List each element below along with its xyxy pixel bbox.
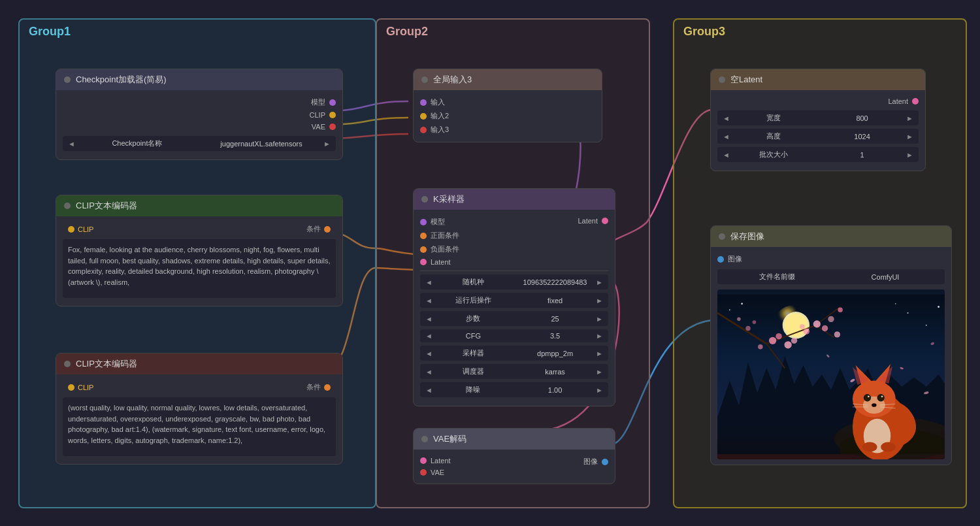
- steps-left[interactable]: ◄: [425, 315, 433, 323]
- svg-point-50: [895, 303, 896, 304]
- clip2-condition-label: 条件: [306, 382, 321, 392]
- svg-point-19: [791, 338, 797, 344]
- ksampler-pos-port: 正面条件: [420, 229, 463, 242]
- height-right[interactable]: ►: [906, 133, 913, 140]
- height-left[interactable]: ◄: [723, 133, 730, 140]
- filename-value: ComfyUI: [831, 273, 939, 281]
- scheduler-value: karras: [514, 368, 596, 376]
- save-image-in-port[interactable]: [717, 256, 724, 263]
- height-label: 高度: [730, 131, 818, 141]
- vae-image-out[interactable]: [602, 459, 608, 465]
- clip2-text-area[interactable]: (worst quality, low quality, normal qual…: [63, 397, 336, 456]
- denoise-after-right[interactable]: ►: [596, 297, 603, 304]
- vae-decode-header: VAE解码: [414, 429, 615, 450]
- steps-value: 25: [514, 315, 596, 323]
- clip1-body: CLIP 条件 Fox, female, looking at the audi…: [56, 216, 342, 306]
- checkpoint-title: Checkpoint加载器(简易): [76, 74, 167, 86]
- svg-point-15: [828, 316, 834, 322]
- height-value: 1024: [818, 133, 906, 140]
- width-left[interactable]: ◄: [723, 114, 730, 122]
- svg-point-14: [822, 325, 828, 331]
- seed-right-arrow[interactable]: ►: [596, 278, 603, 286]
- clip1-condition-port[interactable]: [324, 226, 331, 233]
- cfg-right[interactable]: ►: [596, 332, 603, 340]
- ksampler-pos-label: 正面条件: [431, 231, 459, 240]
- clip2-in-port[interactable]: [68, 384, 74, 391]
- denoise-label: 降噪: [433, 385, 514, 395]
- steps-row[interactable]: ◄ 步数 25 ►: [420, 311, 608, 326]
- denoise-left[interactable]: ◄: [425, 386, 433, 394]
- vae-in[interactable]: [420, 469, 427, 476]
- denoise-after-left[interactable]: ◄: [425, 297, 433, 304]
- ksampler-title: K采样器: [433, 193, 465, 205]
- width-right[interactable]: ►: [906, 114, 913, 122]
- model-port-row: 模型: [63, 95, 336, 109]
- vae-in-label: VAE: [431, 468, 444, 476]
- ksampler-pos-in[interactable]: [420, 233, 427, 239]
- batch-right[interactable]: ►: [906, 151, 913, 159]
- denoise-right[interactable]: ►: [596, 386, 603, 394]
- cfg-row[interactable]: ◄ CFG 3.5 ►: [420, 329, 608, 342]
- sampler-row[interactable]: ◄ 采样器 dpmpp_2m ►: [420, 346, 608, 361]
- input1-port[interactable]: [420, 99, 427, 106]
- checkpoint-left-arrow[interactable]: ◄: [68, 140, 75, 148]
- scheduler-left[interactable]: ◄: [425, 368, 433, 376]
- vae-decode-left-ports: Latent VAE: [420, 455, 455, 478]
- denoise-after-value: fixed: [514, 297, 596, 304]
- input3-label: 输入3: [431, 125, 449, 135]
- svg-point-41: [881, 442, 896, 452]
- latent-out-port[interactable]: [912, 98, 919, 105]
- clip-out-port[interactable]: [329, 112, 336, 118]
- clip1-node: CLIP文本编码器 CLIP 条件 Fox, female, looking a…: [56, 195, 343, 306]
- steps-right[interactable]: ►: [596, 315, 603, 323]
- ksampler-node: K采样器 模型 正面条件: [413, 188, 615, 406]
- batch-left[interactable]: ◄: [723, 151, 730, 159]
- vae-out-port[interactable]: [329, 123, 336, 130]
- checkpoint-status-dot: [64, 76, 71, 83]
- ksampler-model-port: 模型: [420, 215, 463, 229]
- scheduler-right[interactable]: ►: [596, 368, 603, 376]
- save-image-node: 保存图像 图像 文件名前缀 ComfyUI: [710, 225, 952, 465]
- filename-row[interactable]: 文件名前缀 ComfyUI: [717, 269, 945, 284]
- cfg-left[interactable]: ◄: [425, 332, 433, 340]
- width-row[interactable]: ◄ 宽度 800 ►: [717, 110, 919, 125]
- batch-row[interactable]: ◄ 批次大小 1 ►: [717, 147, 919, 162]
- clip2-condition-port[interactable]: [324, 384, 331, 391]
- scheduler-label: 调度器: [433, 367, 514, 376]
- ksampler-latent-out[interactable]: [602, 218, 608, 224]
- scheduler-row[interactable]: ◄ 调度器 karras ►: [420, 364, 608, 379]
- clip1-text-area[interactable]: Fox, female, looking at the audience, ch…: [63, 239, 336, 298]
- checkpoint-selector[interactable]: ◄ Checkpoint名称 juggernautXL.safetensors …: [63, 136, 336, 151]
- seed-row[interactable]: ◄ 随机种 1096352222089483 ►: [420, 274, 608, 289]
- seed-left-arrow[interactable]: ◄: [425, 278, 433, 286]
- fox-image-preview: [717, 289, 945, 459]
- clip1-in-port[interactable]: [68, 226, 74, 233]
- vae-latent-in[interactable]: [420, 457, 427, 464]
- denoise-after-row[interactable]: ◄ 运行后操作 fixed ►: [420, 293, 608, 308]
- clip2-right-port: 条件: [306, 382, 331, 392]
- ksampler-model-in[interactable]: [420, 219, 427, 225]
- clip2-status-dot: [64, 361, 71, 367]
- height-row[interactable]: ◄ 高度 1024 ►: [717, 129, 919, 144]
- input3-port[interactable]: [420, 127, 427, 133]
- input2-port[interactable]: [420, 113, 427, 120]
- sampler-right[interactable]: ►: [596, 350, 603, 357]
- clip1-right-port: 条件: [306, 224, 331, 234]
- latent-out-row: Latent: [717, 95, 919, 107]
- latent-body: Latent ◄ 宽度 800 ► ◄ 高度 1024 ► ◄ 批次大: [711, 90, 925, 171]
- svg-point-35: [872, 403, 877, 407]
- clip-port-label: CLIP: [310, 111, 325, 119]
- checkpoint-right-arrow[interactable]: ►: [323, 140, 331, 148]
- group2-title: Group2: [377, 20, 649, 44]
- input2-label: 输入2: [431, 111, 449, 121]
- ksampler-neg-in[interactable]: [420, 246, 427, 253]
- sampler-left[interactable]: ◄: [425, 350, 433, 357]
- denoise-row[interactable]: ◄ 降噪 1.00 ►: [420, 382, 608, 397]
- model-out-port[interactable]: [329, 99, 336, 106]
- checkpoint-body: 模型 CLIP VAE ◄ Checkpoint名称 juggernautXL.…: [56, 90, 342, 159]
- clip2-left-port: CLIP: [68, 384, 93, 391]
- fox-svg: [717, 289, 945, 459]
- ksampler-latent-in[interactable]: [420, 259, 427, 265]
- svg-point-51: [729, 309, 730, 310]
- ksampler-latent-out-row: Latent: [574, 215, 608, 227]
